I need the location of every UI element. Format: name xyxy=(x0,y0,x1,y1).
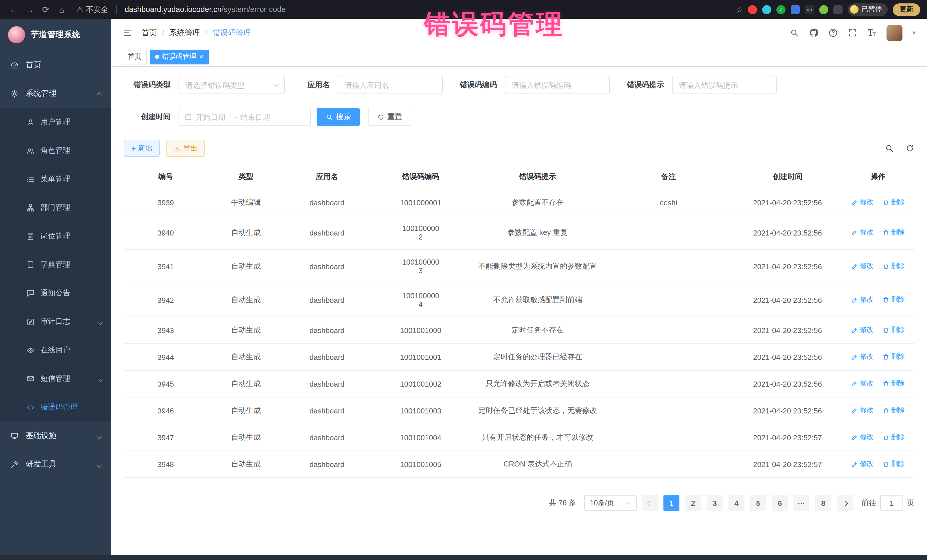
edit-link[interactable]: 修改 xyxy=(851,197,874,207)
sidebar-item-home[interactable]: 首页 xyxy=(0,51,111,79)
close-icon[interactable]: × xyxy=(199,53,204,61)
delete-link[interactable]: 删除 xyxy=(883,197,905,207)
app-logo[interactable]: 芋道管理系统 xyxy=(0,19,111,51)
sidebar-item-posts[interactable]: 岗位管理 xyxy=(0,222,111,250)
delete-link[interactable]: 删除 xyxy=(883,261,905,271)
export-button[interactable]: 导出 xyxy=(166,140,205,157)
breadcrumb-item[interactable]: 系统管理 xyxy=(169,28,200,38)
page-button-6[interactable]: 6 xyxy=(772,495,788,511)
back-icon[interactable]: ← xyxy=(7,5,21,14)
delete-link[interactable]: 删除 xyxy=(883,228,905,238)
sidebar-item-users[interactable]: 用户管理 xyxy=(0,108,111,136)
breadcrumb-item[interactable]: 首页 xyxy=(141,28,157,38)
fullscreen-icon[interactable] xyxy=(848,28,858,38)
sidebar-item-menus[interactable]: 菜单管理 xyxy=(0,165,111,193)
hamburger-icon[interactable] xyxy=(123,28,132,38)
tab-error-code[interactable]: 错误码管理 × xyxy=(150,49,208,64)
edit-link[interactable]: 修改 xyxy=(851,295,874,305)
col-msg: 错误码提示 xyxy=(472,165,604,189)
error-code-input[interactable] xyxy=(505,76,610,94)
sidebar-item-dev-tools[interactable]: 研发工具 xyxy=(0,450,111,478)
error-type-select[interactable] xyxy=(179,76,285,94)
edit-link[interactable]: 修改 xyxy=(851,406,874,416)
reload-icon[interactable]: ⟳ xyxy=(39,4,53,15)
sidebar-item-infrastructure[interactable]: 基础设施 xyxy=(0,422,111,450)
edit-link[interactable]: 修改 xyxy=(851,459,874,469)
edit-link[interactable]: 修改 xyxy=(851,261,874,271)
end-date-input[interactable] xyxy=(240,112,276,121)
prev-page-button[interactable] xyxy=(642,495,658,511)
delete-link[interactable]: 删除 xyxy=(883,325,905,335)
edit-link[interactable]: 修改 xyxy=(851,433,874,442)
grid-extension-icon[interactable] xyxy=(791,5,800,14)
page-button-3[interactable]: 3 xyxy=(707,495,723,511)
edit-link[interactable]: 修改 xyxy=(851,325,874,335)
sidebar-item-departments[interactable]: 部门管理 xyxy=(0,193,111,222)
sidebar-item-sms[interactable]: 短信管理 xyxy=(0,364,111,393)
sidebar-item-system-mgmt[interactable]: 系统管理 xyxy=(0,79,111,108)
error-msg-input[interactable] xyxy=(672,76,777,94)
dropper-extension-icon[interactable] xyxy=(762,5,771,14)
page-button-8[interactable]: 8 xyxy=(815,495,831,511)
font-size-icon[interactable] xyxy=(868,28,877,38)
address-bar[interactable]: dashboard.yudao.iocoder.cn/system/error-… xyxy=(125,5,286,14)
sidebar-item-roles[interactable]: 角色管理 xyxy=(0,136,111,165)
sidebar-item-notices[interactable]: 通知公告 xyxy=(0,279,111,307)
sidebar-item-error-codes[interactable]: 错误码管理 xyxy=(0,393,111,422)
add-button[interactable]: + 新增 xyxy=(124,140,160,157)
sidebar-menu: 首页 系统管理 用户管理 角色管理 xyxy=(0,51,111,478)
sidebar-item-label: 系统管理 xyxy=(26,88,56,99)
edit-link[interactable]: 修改 xyxy=(851,352,874,362)
search-icon[interactable] xyxy=(790,28,799,38)
sidebar-item-dictionaries[interactable]: 字典管理 xyxy=(0,250,111,279)
cell-operations: 修改 删除 xyxy=(842,344,915,370)
edit-link[interactable]: 修改 xyxy=(851,228,874,238)
delete-link[interactable]: 删除 xyxy=(883,433,905,442)
paused-badge[interactable]: 已暂停 xyxy=(848,3,887,16)
app-name-input[interactable] xyxy=(338,76,443,94)
delete-link[interactable]: 删除 xyxy=(883,295,905,305)
page-size-value[interactable] xyxy=(590,499,625,507)
delete-link[interactable]: 删除 xyxy=(883,352,905,362)
user-avatar[interactable] xyxy=(887,25,903,41)
forward-icon[interactable]: → xyxy=(23,5,36,14)
delete-link[interactable]: 删除 xyxy=(883,379,905,389)
bookmark-star-icon[interactable]: ☆ xyxy=(736,5,743,14)
refresh-table-icon[interactable] xyxy=(905,144,915,153)
create-time-label: 创建时间 xyxy=(124,112,170,122)
extensions-puzzle-icon[interactable] xyxy=(833,5,843,14)
home-icon[interactable]: ⌂ xyxy=(55,5,68,14)
delete-link[interactable]: 删除 xyxy=(883,459,905,469)
tab-home[interactable]: 首页 xyxy=(123,49,147,64)
page-button-1[interactable]: 1 xyxy=(663,495,679,511)
page-button-5[interactable]: 5 xyxy=(750,495,766,511)
more-pages-button[interactable]: ··· xyxy=(793,495,810,511)
leaf-extension-icon[interactable] xyxy=(819,5,828,14)
site-security-indicator[interactable]: ⚠ 不安全 xyxy=(76,4,108,15)
help-icon[interactable] xyxy=(828,28,838,38)
edit-link[interactable]: 修改 xyxy=(851,379,874,389)
caret-down-icon[interactable]: ▾ xyxy=(912,29,916,36)
start-date-input[interactable] xyxy=(196,112,231,121)
search-button[interactable]: 搜索 xyxy=(317,108,360,126)
sidebar-item-audit-logs[interactable]: 审计日志 xyxy=(0,307,111,336)
github-icon[interactable] xyxy=(809,28,819,38)
code-icon xyxy=(26,403,35,411)
page-size-select[interactable] xyxy=(584,495,637,511)
check-extension-icon[interactable]: ✓ xyxy=(777,5,786,14)
update-button[interactable]: 更新 xyxy=(893,3,920,16)
page-button-4[interactable]: 4 xyxy=(728,495,745,511)
sidebar-item-online-users[interactable]: 在线用户 xyxy=(0,336,111,364)
page-button-2[interactable]: 2 xyxy=(685,495,701,511)
error-type-select-input[interactable] xyxy=(179,76,285,94)
date-range-picker[interactable]: - xyxy=(179,108,311,126)
goto-page-input[interactable] xyxy=(880,495,903,511)
vpn-extension-icon[interactable]: on xyxy=(805,5,814,14)
record-extension-icon[interactable] xyxy=(748,5,757,14)
cell-id: 3940 xyxy=(124,216,208,249)
next-page-button[interactable] xyxy=(837,495,853,511)
search-toggle-icon[interactable] xyxy=(885,144,894,153)
delete-link[interactable]: 删除 xyxy=(883,406,905,416)
cell-type: 手动编辑 xyxy=(208,189,284,216)
reset-button[interactable]: 重置 xyxy=(368,108,411,126)
